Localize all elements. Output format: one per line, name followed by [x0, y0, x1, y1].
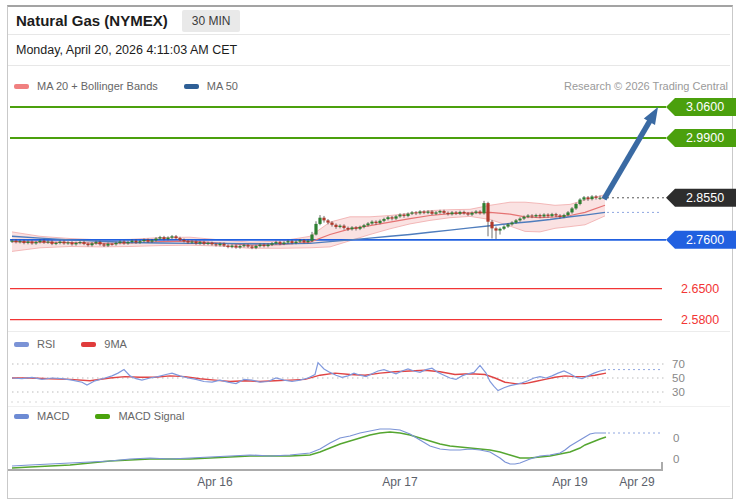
candle-up — [382, 219, 385, 221]
candle-up — [78, 242, 81, 243]
candle-up — [370, 222, 373, 224]
candle-up — [190, 242, 193, 243]
candle-up — [514, 220, 517, 222]
attribution-text: Research © 2026 Trading Central — [564, 80, 728, 92]
candle-up — [550, 214, 553, 216]
candle-down — [278, 242, 281, 244]
candle-down — [442, 211, 445, 213]
candle-up — [570, 208, 573, 212]
candle-down — [466, 213, 469, 214]
price-text-2.5800: 2.5800 — [681, 313, 719, 327]
candle-up — [358, 227, 361, 229]
candle-down — [98, 242, 101, 244]
candle-up — [598, 198, 601, 199]
candle-up — [450, 212, 453, 214]
candle-down — [214, 244, 217, 245]
candle-down — [486, 203, 489, 222]
ma50-swatch — [184, 84, 199, 89]
ma50-label: MA 50 — [207, 80, 238, 92]
price-text-2.6500: 2.6500 — [681, 282, 719, 296]
x-label-apr17: Apr 17 — [370, 475, 430, 489]
candle-up — [94, 242, 97, 243]
candle-up — [158, 237, 161, 238]
candle-up — [306, 241, 309, 242]
macd-signal-swatch — [95, 414, 110, 419]
candle-up — [578, 200, 581, 204]
candle-down — [70, 243, 73, 245]
ma20-bollinger-swatch — [14, 84, 29, 89]
chart-widget: Natural Gas (NYMEX) 30 MIN Monday, April… — [0, 0, 738, 500]
x-label-apr19: Apr 19 — [540, 475, 600, 489]
price-tag-text-2.9900: 2.9900 — [686, 131, 724, 145]
candle-up — [362, 225, 365, 227]
rsi-swatch — [14, 342, 29, 347]
candle-down — [342, 226, 345, 228]
candle-down — [50, 242, 53, 244]
macd-zero-label-1: 0 — [673, 432, 679, 444]
candle-down — [478, 212, 481, 214]
price-tag-text-3.0600: 3.0600 — [686, 100, 724, 114]
chart-datetime: Monday, April 20, 2026 4:11:03 AM CET — [16, 43, 237, 57]
candle-up — [150, 240, 153, 241]
candle-up — [566, 212, 569, 215]
rsi-ma-swatch — [81, 342, 96, 347]
rsi-level-70: 70 — [672, 358, 685, 370]
candle-down — [222, 244, 225, 246]
candle-up — [282, 243, 285, 244]
candle-up — [154, 239, 157, 241]
candle-down — [174, 236, 177, 238]
candle-up — [286, 241, 289, 242]
ma20-bollinger-label: MA 20 + Bollinger Bands — [37, 80, 158, 92]
candle-up — [298, 240, 301, 241]
candle-up — [254, 246, 257, 248]
candle-up — [394, 216, 397, 218]
candle-up — [46, 242, 49, 243]
candle-down — [390, 217, 393, 218]
candle-down — [530, 215, 533, 216]
candle-up — [58, 242, 61, 243]
candle-up — [126, 242, 129, 243]
candle-up — [218, 244, 221, 245]
candle-up — [270, 243, 273, 244]
candle-down — [322, 218, 325, 221]
candle-up — [274, 242, 277, 243]
candle-up — [366, 223, 369, 225]
candle-up — [386, 217, 389, 219]
candle-up — [398, 215, 401, 217]
candle-down — [262, 245, 265, 246]
candle-down — [494, 228, 497, 230]
candle-down — [178, 238, 181, 240]
date-row: Monday, April 20, 2026 4:11:03 AM CET — [8, 35, 730, 66]
candle-up — [74, 243, 77, 244]
candle-up — [238, 246, 241, 247]
candle-down — [110, 244, 113, 245]
candle-down — [430, 212, 433, 214]
price-tag-text-2.7600: 2.7600 — [686, 233, 724, 247]
candle-up — [590, 196, 593, 199]
candle-down — [586, 197, 589, 199]
candle-down — [146, 240, 149, 242]
candle-up — [242, 245, 245, 246]
candle-down — [330, 223, 333, 225]
candle-up — [318, 218, 321, 224]
candle-down — [194, 242, 197, 244]
candle-down — [334, 225, 337, 227]
rsi-ma-label: 9MA — [104, 338, 127, 350]
candle-down — [490, 222, 493, 229]
legend-macd: MACD MACD Signal — [14, 410, 184, 422]
candle-down — [182, 240, 185, 241]
candle-down — [82, 242, 85, 244]
candle-up — [26, 242, 29, 243]
pane-separator-2 — [8, 406, 730, 407]
candle-up — [90, 243, 93, 245]
candle-up — [54, 243, 57, 244]
candle-up — [418, 212, 421, 214]
legend-main: MA 20 + Bollinger Bands MA 50 — [14, 80, 238, 92]
rsi-label: RSI — [37, 338, 55, 350]
candle-up — [106, 244, 109, 246]
candle-up — [470, 213, 473, 215]
candle-up — [506, 224, 509, 226]
candle-up — [350, 227, 353, 229]
candle-up — [410, 212, 413, 213]
candle-down — [462, 212, 465, 213]
